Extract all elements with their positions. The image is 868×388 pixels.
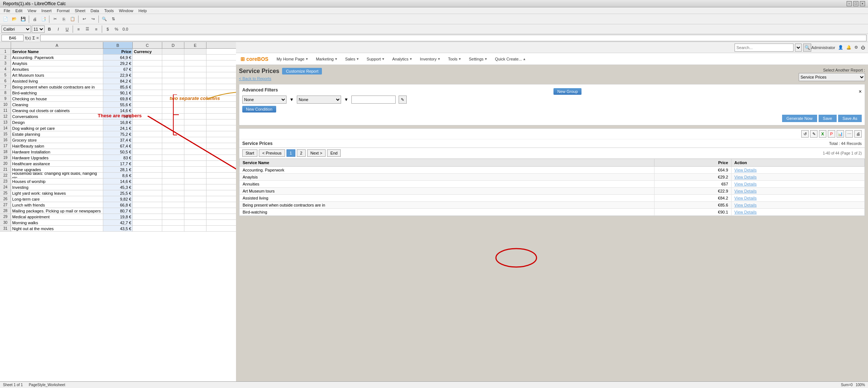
cell-service-name[interactable]: Bird-watching (11, 90, 103, 96)
cell-price[interactable]: 67,4 € (103, 143, 133, 149)
cell-service-name[interactable]: Being present when outside contractors a… (11, 84, 103, 90)
nav-tools[interactable]: Tools ▼ (444, 53, 465, 65)
view-details-link[interactable]: View Details (735, 182, 757, 186)
cell-service-name[interactable]: Assisted living (11, 78, 103, 84)
cell-price[interactable]: 80,7 € (103, 208, 133, 214)
cell-currency[interactable] (133, 226, 162, 231)
menu-window[interactable]: Window (117, 8, 135, 13)
cell-currency[interactable] (133, 114, 162, 119)
cell-service-name[interactable]: Home upgrades (11, 167, 103, 172)
menu-view[interactable]: View (25, 8, 39, 13)
cell-service-name[interactable]: Conversations (11, 114, 103, 119)
nav-marketing[interactable]: Marketing ▼ (312, 53, 341, 65)
cell-currency[interactable] (133, 72, 162, 78)
cell-service-name[interactable]: Cleaning (11, 102, 103, 107)
cell-price[interactable]: 64,9 € (103, 55, 133, 60)
cell-currency[interactable] (133, 137, 162, 143)
cell-currency[interactable] (133, 149, 162, 155)
filter-none-select-2[interactable]: None (297, 96, 341, 104)
menu-help[interactable]: Help (136, 8, 149, 13)
cell-service-name[interactable]: Estate planning (11, 131, 103, 137)
find-btn[interactable]: 🔍 (100, 15, 108, 23)
menu-file[interactable]: File (1, 8, 13, 13)
cell-service-name[interactable]: Cleaning out closets or cabinets (11, 108, 103, 113)
cell-currency[interactable] (133, 84, 162, 90)
page-2-btn[interactable]: 2 (297, 149, 306, 157)
cell-currency[interactable] (133, 167, 162, 172)
start-btn[interactable]: Start (242, 149, 257, 157)
cell-currency[interactable] (133, 125, 162, 131)
cell-price[interactable]: 43,5 € (103, 226, 133, 231)
nav-analytics[interactable]: Analytics ▼ (389, 53, 416, 65)
cell-price[interactable]: 8,6 € (103, 173, 133, 178)
nav-settings[interactable]: Settings ▼ (465, 53, 492, 65)
font-select[interactable]: Calibri (1, 25, 31, 33)
currency-btn[interactable]: $ (104, 25, 112, 33)
cell-service-name[interactable]: Annuities (11, 66, 103, 72)
cell-currency[interactable] (133, 208, 162, 214)
copy-btn[interactable]: ⎘ (60, 15, 68, 23)
view-details-link[interactable]: View Details (735, 210, 757, 214)
export-excel-icon[interactable]: X (819, 130, 826, 138)
cell-currency[interactable] (133, 190, 162, 196)
minimize-btn[interactable]: − (847, 1, 852, 6)
cell-price[interactable]: 50,5 € (103, 149, 133, 155)
view-details-link[interactable]: View Details (735, 203, 757, 207)
decimal-btn[interactable]: 0.0 (121, 25, 129, 33)
cell-currency[interactable] (133, 220, 162, 225)
close-btn[interactable]: × (860, 1, 865, 6)
cell-currency[interactable] (133, 202, 162, 208)
search-dropdown[interactable] (795, 44, 802, 52)
export-print-icon[interactable]: 🖨 (854, 130, 862, 138)
cell-price[interactable]: 84,2 € (103, 78, 133, 84)
cell-currency[interactable] (133, 179, 162, 184)
export-pdf-icon[interactable]: P (828, 130, 835, 138)
new-btn[interactable]: 📄 (1, 15, 10, 23)
sort-btn[interactable]: ⇅ (109, 15, 117, 23)
cell-price[interactable]: 90,1 € (103, 90, 133, 96)
export-refresh-icon[interactable]: ↺ (801, 130, 809, 138)
cell-price[interactable]: 37,4 € (103, 137, 133, 143)
maximize-btn[interactable]: □ (853, 1, 858, 6)
cell-price[interactable]: 14,6 € (103, 179, 133, 184)
cell-price[interactable]: 25,5 € (103, 190, 133, 196)
cell-price[interactable]: 42,7 € (103, 220, 133, 225)
end-btn[interactable]: End (327, 149, 341, 157)
cell-service-name[interactable]: Long-term care (11, 196, 103, 202)
menu-format[interactable]: Format (55, 8, 72, 13)
cell-currency[interactable] (133, 55, 162, 60)
cell-service-name[interactable]: Checking on house (11, 96, 103, 101)
print-btn[interactable]: 🖨 (31, 15, 39, 23)
customize-report-btn[interactable]: Customize Report (282, 68, 322, 75)
cell-price[interactable]: 22,9 € (103, 72, 133, 78)
view-details-link[interactable]: View Details (735, 175, 757, 179)
back-to-reports-link[interactable]: < Back to Reports (239, 76, 271, 81)
filter-save-as-btn[interactable]: Save As (838, 115, 862, 122)
filter-edit-btn[interactable]: ✎ (399, 96, 407, 104)
cell-currency[interactable] (133, 155, 162, 160)
cell-service-name[interactable]: Light yard work: raking leaves (11, 190, 103, 196)
cell-service-name[interactable]: Household tasks: changing light bulbs, h… (11, 173, 103, 178)
new-condition-btn[interactable]: New Condition (242, 106, 276, 112)
menu-data[interactable]: Data (88, 8, 101, 13)
cell-price[interactable]: 75,2 € (103, 131, 133, 137)
cell-price[interactable]: 24,1 € (103, 125, 133, 131)
menu-sheet[interactable]: Sheet (73, 8, 88, 13)
filter-save-btn[interactable]: Save (819, 115, 837, 122)
cell-price[interactable]: 70 € (103, 114, 133, 119)
cell-price[interactable]: 16,8 € (103, 119, 133, 125)
nav-quick-create[interactable]: Quick Create... ▲ (491, 53, 530, 65)
previous-btn[interactable]: < Previous (259, 149, 285, 157)
cell-price[interactable]: 45,3 € (103, 184, 133, 190)
cell-currency[interactable] (133, 214, 162, 219)
view-details-link[interactable]: View Details (735, 196, 757, 200)
cell-currency[interactable] (133, 119, 162, 125)
cell-currency[interactable] (133, 108, 162, 113)
cell-service-name[interactable]: Design (11, 119, 103, 125)
cell-service-name[interactable]: Medical appointment (11, 214, 103, 219)
cell-service-name[interactable]: Grocery store (11, 137, 103, 143)
cell-price[interactable]: 9,82 € (103, 196, 133, 202)
cell-price[interactable]: 29,2 € (103, 60, 133, 66)
cell-currency[interactable] (133, 143, 162, 149)
menu-tools[interactable]: Tools (102, 8, 116, 13)
